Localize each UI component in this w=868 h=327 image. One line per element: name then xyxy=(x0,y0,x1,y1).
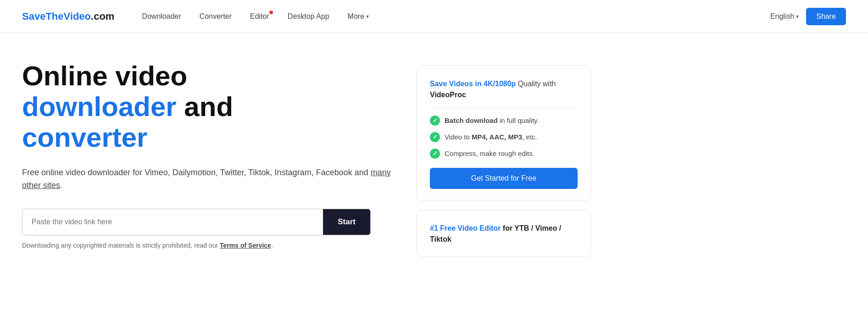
promo-title-blue: Save Videos in 4K/1080p xyxy=(430,80,516,88)
disclaimer-end: . xyxy=(271,242,273,249)
feature-2-bold: MP4, AAC, MP3 xyxy=(472,133,522,141)
nav-converter[interactable]: Converter xyxy=(200,12,232,21)
hero-subtitle-end: . xyxy=(60,181,62,190)
logo-save: Save xyxy=(22,11,45,22)
logo-video: Video xyxy=(64,11,91,22)
nav-downloader[interactable]: Downloader xyxy=(142,12,181,21)
check-icon-2 xyxy=(430,132,440,142)
hero-line2-blue: downloader xyxy=(22,91,177,122)
nav-more-chevron-icon: ▾ xyxy=(366,13,369,20)
promo-title-black: Quality with xyxy=(516,80,556,88)
feature-2-post: , etc. xyxy=(522,133,537,141)
disclaimer-text: Downloading any copyrighted materials is… xyxy=(22,242,220,249)
tos-link[interactable]: Terms of Service xyxy=(220,242,271,249)
feature-2-pre: Video to xyxy=(445,133,472,141)
main-content: Online video downloader and converter Fr… xyxy=(0,33,642,275)
logo-com: com xyxy=(94,11,114,22)
feature-list: Batch download in full quality. Video to… xyxy=(430,116,578,159)
promo-card-title: Save Videos in 4K/1080p Quality with Vid… xyxy=(430,78,578,108)
left-section: Online video downloader and converter Fr… xyxy=(22,61,398,256)
disclaimer: Downloading any copyrighted materials is… xyxy=(22,242,398,249)
right-section: Save Videos in 4K/1080p Quality with Vid… xyxy=(417,65,591,256)
start-button[interactable]: Start xyxy=(323,209,370,235)
nav-desktop-app[interactable]: Desktop App xyxy=(288,12,329,21)
get-started-button[interactable]: Get Started for Free xyxy=(430,168,578,189)
promo-title-brand: VideoProc xyxy=(430,91,466,99)
hero-title: Online video downloader and converter xyxy=(22,61,398,153)
nav-right: English ▾ Share xyxy=(770,8,846,25)
hero-line1: Online video xyxy=(22,61,187,91)
promo2-title-blue: #1 Free Video Editor xyxy=(430,224,501,232)
navbar: SaveTheVideo.com Downloader Converter Ed… xyxy=(0,0,868,33)
hero-subtitle-text: Free online video downloader for Vimeo, … xyxy=(22,168,371,177)
language-label: English xyxy=(770,12,794,21)
feature-1-suffix: in full quality. xyxy=(498,116,539,124)
language-selector[interactable]: English ▾ xyxy=(770,12,799,21)
promo-card2-title: #1 Free Video Editor for YTB / Vimeo / T… xyxy=(430,223,578,245)
nav-more-label: More xyxy=(348,12,364,21)
nav-more[interactable]: More ▾ xyxy=(348,12,369,21)
feature-item-2: Video to MP4, AAC, MP3, etc. xyxy=(430,132,578,142)
hero-line2-black: and xyxy=(177,91,233,122)
nav-editor[interactable]: Editor xyxy=(250,12,269,21)
feature-1-text: Batch download in full quality. xyxy=(445,116,539,125)
feature-item-1: Batch download in full quality. xyxy=(430,116,578,126)
logo[interactable]: SaveTheVideo.com xyxy=(22,11,114,22)
check-icon-3 xyxy=(430,149,440,159)
feature-3-text: Compress, make rough edits. xyxy=(445,149,534,158)
search-bar: Start xyxy=(22,209,371,235)
nav-editor-label: Editor xyxy=(250,12,269,20)
feature-item-3: Compress, make rough edits. xyxy=(430,149,578,159)
promo-card-videoproc: Save Videos in 4K/1080p Quality with Vid… xyxy=(417,65,591,200)
promo-card-editor: #1 Free Video Editor for YTB / Vimeo / T… xyxy=(417,210,591,256)
hero-line3-blue: converter xyxy=(22,122,147,153)
feature-2-text: Video to MP4, AAC, MP3, etc. xyxy=(445,132,537,142)
logo-the: The xyxy=(45,11,63,22)
share-button[interactable]: Share xyxy=(806,8,846,25)
url-input[interactable] xyxy=(22,209,323,235)
hero-subtitle: Free online video downloader for Vimeo, … xyxy=(22,166,398,193)
feature-1-bold: Batch download xyxy=(445,116,498,124)
nav-links: Downloader Converter Editor Desktop App … xyxy=(142,12,770,21)
new-badge-dot xyxy=(269,11,273,14)
check-icon-1 xyxy=(430,116,440,126)
language-chevron-icon: ▾ xyxy=(796,13,799,20)
